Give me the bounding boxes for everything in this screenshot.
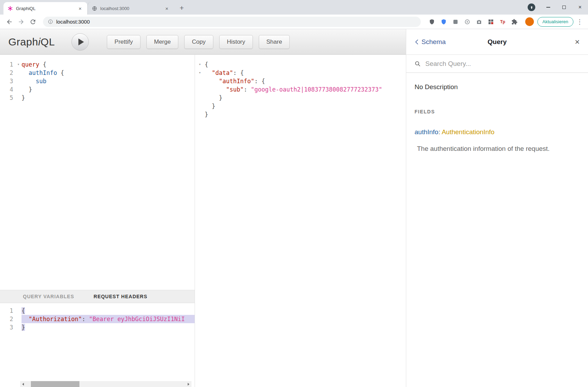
puzzle-extensions-menu-icon[interactable] — [511, 18, 518, 25]
code-line[interactable]: } — [195, 94, 406, 102]
site-info-icon[interactable] — [48, 19, 53, 24]
code-token — [22, 78, 36, 85]
fold-gutter — [15, 307, 22, 315]
query-editor[interactable]: 1▾query {2 authInfo {3 sub4 }5} — [0, 55, 195, 290]
code-line[interactable]: 4 } — [0, 85, 195, 94]
code-text: } — [205, 102, 406, 110]
fold-gutter — [195, 77, 205, 85]
code-token: { — [22, 307, 25, 314]
scrollbar-thumb[interactable] — [31, 381, 79, 387]
line-number: 3 — [0, 77, 15, 85]
code-token: "Bearer eyJhbGciOiJSUzI1NiI — [89, 316, 185, 322]
new-tab-button[interactable]: + — [177, 3, 187, 13]
code-line[interactable]: 1{ — [0, 307, 195, 315]
tab-graphiql[interactable]: GraphiQL × — [3, 2, 87, 15]
doc-field-type-link[interactable]: AuthenticationInfo — [442, 128, 494, 136]
code-text: } — [22, 85, 195, 94]
result-viewer[interactable]: ▾{▾ "data": { "authInfo": { "sub": "goog… — [195, 55, 406, 387]
browser-update-icon[interactable] — [528, 3, 535, 11]
scroll-left-button[interactable] — [20, 381, 26, 387]
doc-search-input[interactable] — [425, 60, 580, 68]
maximize-button[interactable] — [556, 0, 572, 15]
search-icon — [415, 61, 421, 67]
fold-arrow-icon[interactable]: ▾ — [195, 60, 205, 69]
doc-back-link[interactable]: Schema — [415, 38, 446, 46]
share-button[interactable]: Share — [259, 35, 290, 49]
extensions-row: Tp — [428, 18, 518, 25]
horizontal-scrollbar[interactable] — [20, 381, 191, 387]
code-text: authInfo { — [22, 69, 195, 77]
code-token — [22, 316, 28, 322]
camera-extension-icon[interactable] — [476, 18, 483, 25]
profile-avatar[interactable] — [525, 17, 534, 26]
copy-button[interactable]: Copy — [184, 35, 213, 49]
grid-extension-icon[interactable] — [487, 18, 495, 25]
minimize-button[interactable] — [540, 0, 556, 15]
tab-strip: GraphiQL × localhost:3000 × + × — [0, 0, 588, 15]
code-line[interactable]: "sub": "google-oauth2|108377380082777232… — [195, 85, 406, 94]
doc-explorer-panel: Query Schema × No Description FIELDS aut… — [406, 29, 588, 387]
code-line[interactable]: 2 authInfo { — [0, 69, 195, 77]
graphiql-app: GraphiQL Prettify Merge Copy History Sha… — [0, 29, 588, 387]
execute-query-button[interactable] — [71, 33, 89, 51]
code-token — [205, 86, 226, 93]
shield-extension-icon[interactable] — [428, 18, 436, 25]
code-token: "google-oauth2|108377380082777232373" — [251, 86, 382, 93]
code-line[interactable]: 1▾query { — [0, 60, 195, 69]
tab-close-icon[interactable]: × — [77, 5, 83, 11]
code-token: : — [82, 316, 89, 322]
code-line[interactable]: 2 "Authorization": "Bearer eyJhbGciOiJSU… — [0, 315, 195, 323]
code-line[interactable]: 3} — [0, 323, 195, 332]
fold-gutter — [15, 69, 22, 77]
prettify-button[interactable]: Prettify — [107, 35, 140, 49]
close-window-button[interactable]: × — [572, 0, 588, 15]
code-token: sub — [36, 78, 46, 85]
line-number: 2 — [0, 315, 15, 323]
scroll-right-button[interactable] — [186, 381, 191, 387]
code-line[interactable]: 5} — [0, 94, 195, 102]
code-line[interactable]: ▾{ — [195, 60, 406, 69]
browser-menu-icon[interactable]: ⋮ — [575, 18, 585, 26]
code-token: "authInfo" — [219, 78, 254, 85]
reload-button[interactable] — [27, 16, 39, 28]
tab-request-headers[interactable]: REQUEST HEADERS — [94, 294, 147, 299]
editors-area: 1▾query {2 authInfo {3 sub4 }5} QUERY VA… — [0, 55, 406, 387]
tab-close-icon[interactable]: × — [164, 5, 170, 11]
code-token: "sub" — [226, 86, 244, 93]
code-text: "Authorization": "Bearer eyJhbGciOiJSUzI… — [22, 315, 195, 323]
code-line[interactable]: "authInfo": { — [195, 77, 406, 85]
address-bar[interactable]: localhost:3000 — [43, 17, 421, 27]
code-token: : { — [254, 78, 265, 85]
tab-query-variables[interactable]: QUERY VARIABLES — [23, 294, 74, 299]
shield-check-extension-icon[interactable] — [440, 18, 448, 25]
forward-button[interactable] — [15, 16, 27, 28]
query-panel: 1▾query {2 authInfo {3 sub4 }5} QUERY VA… — [0, 55, 195, 387]
fold-arrow-icon[interactable]: ▾ — [195, 69, 205, 77]
code-text: { — [22, 307, 195, 315]
back-button[interactable] — [3, 16, 15, 28]
code-line[interactable]: } — [195, 110, 406, 119]
browser-update-button[interactable]: Aktualisieren — [537, 17, 573, 27]
tampermonkey-extension-icon[interactable]: Tp — [499, 18, 506, 25]
merge-button[interactable]: Merge — [146, 35, 178, 49]
fold-arrow-icon[interactable]: ▾ — [15, 60, 22, 69]
code-token: } — [205, 111, 208, 118]
tab-localhost[interactable]: localhost:3000 × — [87, 2, 174, 15]
fold-gutter — [195, 102, 205, 110]
fold-gutter — [15, 315, 22, 323]
chevron-left-icon — [415, 38, 419, 45]
doc-close-icon[interactable]: × — [575, 38, 580, 46]
box-extension-icon[interactable] — [452, 18, 459, 25]
code-line[interactable]: 3 sub — [0, 77, 195, 85]
request-headers-editor[interactable]: 1{2 "Authorization": "Bearer eyJhbGciOiJ… — [0, 303, 195, 381]
dots-extension-icon[interactable] — [464, 18, 471, 25]
code-line[interactable]: } — [195, 102, 406, 110]
doc-field-name-link[interactable]: authInfo — [415, 128, 438, 136]
code-text: } — [205, 110, 406, 119]
code-line[interactable]: ▾ "data": { — [195, 69, 406, 77]
code-text: query { — [22, 60, 195, 69]
fold-gutter — [15, 77, 22, 85]
code-token — [22, 69, 28, 76]
scrollbar-track[interactable] — [26, 381, 186, 387]
history-button[interactable]: History — [219, 35, 253, 49]
